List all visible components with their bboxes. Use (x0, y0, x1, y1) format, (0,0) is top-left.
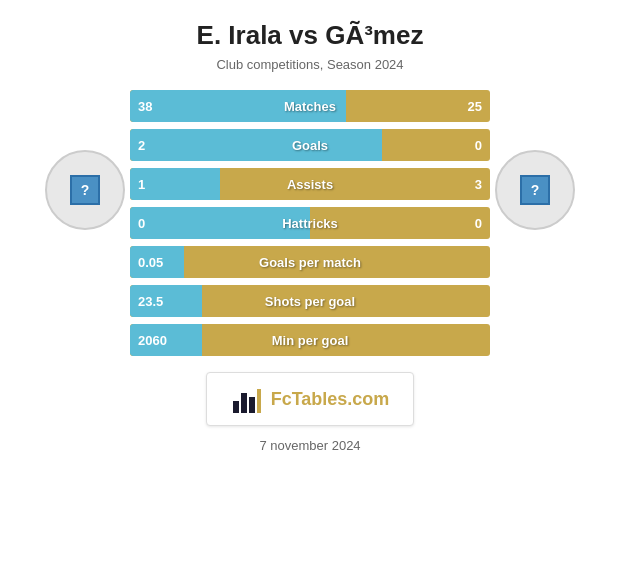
date-text: 7 november 2024 (259, 438, 360, 453)
stat-center-label: Goals per match (259, 255, 361, 270)
stat-left-value: 0.05 (138, 255, 163, 270)
logo-fc: Fc (271, 389, 292, 409)
stat-left-value: 0 (138, 216, 145, 231)
match-subtitle: Club competitions, Season 2024 (216, 57, 403, 72)
stat-row: 38Matches25 (130, 90, 490, 122)
bars-container: 38Matches252Goals01Assists30Hattricks00.… (130, 90, 490, 356)
stat-right-value: 0 (475, 216, 482, 231)
avatar-placeholder-right: ? (520, 175, 550, 205)
logo-icon (231, 383, 263, 415)
stat-left-value: 38 (138, 99, 152, 114)
stat-left-value: 2060 (138, 333, 167, 348)
stat-left-value: 1 (138, 177, 145, 192)
stat-row: 2Goals0 (130, 129, 490, 161)
stat-center-label: Goals (292, 138, 328, 153)
stats-section: ? 38Matches252Goals01Assists30Hattricks0… (10, 90, 610, 356)
stat-right-value: 0 (475, 138, 482, 153)
stat-center-label: Matches (284, 99, 336, 114)
logo-section: FcTables.com (206, 372, 415, 426)
svg-rect-1 (241, 393, 247, 413)
avatar-right: ? (490, 90, 580, 230)
logo-tables: Tables.com (292, 389, 390, 409)
main-container: E. Irala vs GÃ³mez Club competitions, Se… (0, 0, 620, 580)
svg-rect-3 (257, 389, 261, 413)
stat-right-value: 25 (468, 99, 482, 114)
stat-center-label: Shots per goal (265, 294, 355, 309)
stat-row: 2060Min per goal (130, 324, 490, 356)
stat-row: 0.05Goals per match (130, 246, 490, 278)
stat-center-label: Min per goal (272, 333, 349, 348)
stat-row: 0Hattricks0 (130, 207, 490, 239)
stat-row: 23.5Shots per goal (130, 285, 490, 317)
stat-left-value: 2 (138, 138, 145, 153)
avatar-circle-right: ? (495, 150, 575, 230)
svg-rect-2 (249, 397, 255, 413)
logo-text: FcTables.com (271, 389, 390, 410)
stat-center-label: Assists (287, 177, 333, 192)
avatar-left: ? (40, 90, 130, 230)
avatar-placeholder-left: ? (70, 175, 100, 205)
stat-right-value: 3 (475, 177, 482, 192)
stat-center-label: Hattricks (282, 216, 338, 231)
avatar-circle-left: ? (45, 150, 125, 230)
logo-box: FcTables.com (206, 372, 415, 426)
stat-left-value: 23.5 (138, 294, 163, 309)
match-title: E. Irala vs GÃ³mez (197, 20, 424, 51)
svg-rect-0 (233, 401, 239, 413)
stat-row: 1Assists3 (130, 168, 490, 200)
